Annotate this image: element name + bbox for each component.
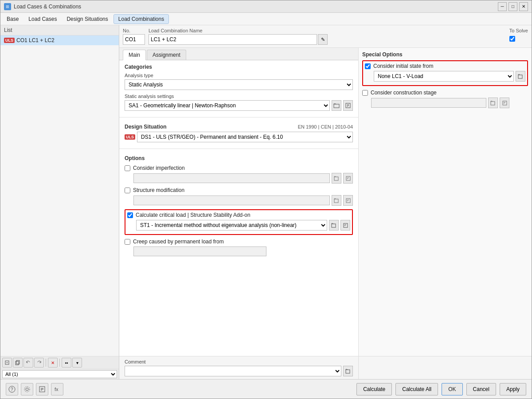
ds-label: Design Situation xyxy=(125,124,167,130)
ds-title-row: Design Situation EN 1990 | CEN | 2010-04 xyxy=(125,124,353,130)
no-label: No. xyxy=(123,28,145,33)
ok-button[interactable]: OK xyxy=(442,383,462,395)
right-panel: No. Load Combination Name ✎ To Solve xyxy=(119,25,532,379)
creep-checkbox[interactable] xyxy=(125,239,130,245)
initial-state-btn[interactable] xyxy=(516,71,525,82)
svg-rect-23 xyxy=(503,101,507,105)
construction-stage-checkbox[interactable] xyxy=(362,90,368,96)
static-settings-btn1[interactable] xyxy=(332,100,341,111)
creep-sub-row xyxy=(133,246,353,256)
comment-select[interactable] xyxy=(125,366,341,376)
structure-mod-btn1[interactable] xyxy=(332,195,341,206)
svg-rect-14 xyxy=(346,199,350,203)
categories-section: Categories Analysis type Static Analysis… xyxy=(119,60,358,114)
initial-state-select[interactable]: None LC1 - V-Load xyxy=(374,71,514,82)
svg-rect-21 xyxy=(518,75,522,78)
tab-assignment[interactable]: Assignment xyxy=(147,50,186,60)
right-options-panel: Special Options Consider initial state f… xyxy=(359,48,532,356)
structure-mod-btn2[interactable] xyxy=(343,195,353,206)
ds-select[interactable]: DS1 - ULS (STR/GEO) - Permanent and tran… xyxy=(137,132,353,142)
comment-area: Comment xyxy=(119,356,532,379)
structure-modification-sub-row xyxy=(133,195,353,206)
critical-load-select[interactable]: ST1 - Incremental method without eigenva… xyxy=(136,220,327,231)
initial-state-box: Consider initial state from None LC1 - V… xyxy=(362,60,528,86)
svg-rect-3 xyxy=(16,360,20,364)
bottom-icon-2[interactable] xyxy=(21,383,33,395)
bottom-icon-1[interactable]: ? xyxy=(6,383,18,395)
analysis-type-row: Static Analysis xyxy=(125,79,353,90)
menu-design-situations[interactable]: Design Situations xyxy=(62,15,112,23)
static-settings-btn2[interactable] xyxy=(343,100,353,111)
cancel-button[interactable]: Cancel xyxy=(466,383,496,395)
close-button[interactable]: ✕ xyxy=(519,2,528,11)
svg-text:fx: fx xyxy=(55,387,59,392)
initial-state-checkbox[interactable] xyxy=(365,63,371,69)
menu-load-cases[interactable]: Load Cases xyxy=(24,15,61,23)
critical-load-btn2[interactable] xyxy=(340,220,350,231)
svg-rect-18 xyxy=(344,223,348,227)
bottom-icon-4[interactable]: fx xyxy=(51,383,63,395)
imperfection-btn2[interactable] xyxy=(343,173,353,184)
bottom-right: Calculate Calculate All OK Cancel Apply xyxy=(356,383,526,395)
sidebar-header: List xyxy=(0,25,119,35)
static-settings-label: Static analysis settings xyxy=(125,94,353,99)
calculate-all-button[interactable]: Calculate All xyxy=(395,383,438,395)
critical-load-checkbox[interactable] xyxy=(127,212,133,218)
toolbar-add-button[interactable] xyxy=(2,358,12,368)
toolbar-delete-button[interactable]: ✕ xyxy=(48,358,58,368)
comment-center: Comment xyxy=(119,356,359,379)
svg-rect-17 xyxy=(332,224,336,227)
bottom-icon-3[interactable] xyxy=(36,383,48,395)
initial-state-label: Consider initial state from xyxy=(373,63,433,69)
construction-stage-btn2[interactable] xyxy=(500,98,509,108)
imperfection-btn1[interactable] xyxy=(332,173,341,184)
construction-stage-btn1[interactable] xyxy=(488,98,498,108)
bottom-bar: ? fx Calculate Calculate All OK Cancel A… xyxy=(0,379,532,399)
minimize-button[interactable]: ─ xyxy=(498,2,507,11)
filter-select[interactable]: All (1) xyxy=(2,370,117,378)
toolbar-more-button[interactable]: ▪▪ xyxy=(62,358,71,368)
no-input[interactable] xyxy=(123,34,145,45)
critical-load-sub-row: ST1 - Incremental method without eigenva… xyxy=(136,220,350,231)
divider1 xyxy=(119,117,358,117)
list-item[interactable]: ULS CO1 LC1 + LC2 xyxy=(0,35,119,45)
critical-load-btn1[interactable] xyxy=(329,220,339,231)
analysis-type-label: Analysis type xyxy=(125,73,353,78)
creep-input xyxy=(133,246,266,256)
toolbar-copy-button[interactable] xyxy=(13,358,23,368)
toolbar-extra-button[interactable]: ▾ xyxy=(72,358,82,368)
center-panel: Main Assignment Categories Analysis type… xyxy=(119,48,359,356)
imperfection-sub-row xyxy=(133,173,353,184)
menu-base[interactable]: Base xyxy=(2,15,23,23)
svg-rect-9 xyxy=(334,177,338,180)
top-area: No. Load Combination Name ✎ To Solve xyxy=(119,25,532,48)
main-window: ⊞ Load Cases & Combinations ─ □ ✕ Base L… xyxy=(0,0,532,399)
toolbar-redo-button[interactable] xyxy=(34,358,44,368)
sidebar-item-label: CO1 LC1 + LC2 xyxy=(16,37,55,43)
ds-combo-wrap: ULS DS1 - ULS (STR/GEO) - Permanent and … xyxy=(125,132,353,142)
construction-stage-sub-row xyxy=(371,98,528,108)
static-settings-select[interactable]: SA1 - Geometrically linear | Newton-Raph… xyxy=(125,100,330,111)
imperfection-checkbox[interactable] xyxy=(125,165,130,171)
svg-text:?: ? xyxy=(11,387,13,392)
svg-rect-10 xyxy=(346,176,350,180)
edit-name-button[interactable]: ✎ xyxy=(318,34,328,45)
apply-button[interactable]: Apply xyxy=(500,383,526,395)
structure-modification-checkbox[interactable] xyxy=(125,188,130,193)
svg-rect-22 xyxy=(491,102,495,105)
name-input[interactable] xyxy=(149,34,317,45)
svg-point-30 xyxy=(24,387,30,392)
comment-btn[interactable] xyxy=(343,366,353,376)
svg-rect-26 xyxy=(346,370,350,373)
restore-button[interactable]: □ xyxy=(509,2,517,11)
creep-row: Creep caused by permanent load from xyxy=(125,239,353,245)
menu-load-combinations[interactable]: Load Combinations xyxy=(113,14,169,24)
to-solve-checkbox[interactable] xyxy=(509,36,515,42)
analysis-type-select[interactable]: Static Analysis xyxy=(125,79,353,90)
imperfection-input xyxy=(133,173,330,183)
tab-main[interactable]: Main xyxy=(123,50,146,60)
main-content: List ULS CO1 LC1 + LC2 xyxy=(0,25,532,379)
calculate-button[interactable]: Calculate xyxy=(356,383,392,395)
toolbar-undo-button[interactable] xyxy=(23,358,33,368)
name-label: Load Combination Name xyxy=(149,28,328,33)
